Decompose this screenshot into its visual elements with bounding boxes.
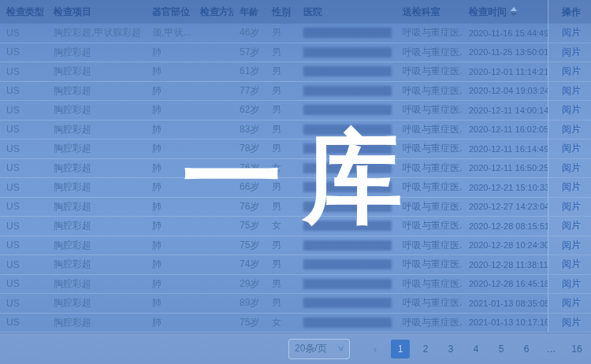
header-row: 检查类型检查项目器官部位检查方法年龄性别医院送检科室检查时间操作 [0,0,591,24]
dept-cell: 呼吸与重症医... [396,314,463,332]
pagination-ellipsis: … [542,340,561,358]
page-button-5[interactable]: 5 [492,340,511,358]
column-header-age: 年龄 [233,0,266,24]
column-label: 器官部位 [152,6,190,19]
method-cell [194,294,233,313]
view-film-link[interactable]: 阅片 [562,239,581,252]
time-cell: 2020-12-27 14:23:04 [463,198,548,217]
prev-page-button[interactable]: ‹ [366,340,385,358]
view-film-link[interactable]: 阅片 [562,219,581,232]
method-cell [194,101,233,120]
view-film-link[interactable]: 阅片 [562,296,581,310]
time-cell: 2020-12-21 15:10:33 [463,178,548,197]
type-cell: US [0,24,47,43]
organ-cell: 肺 [146,275,194,294]
method-cell [194,24,233,43]
hospital-redaction-bar [303,279,392,289]
hospital-cell [297,294,396,313]
action-cell: 阅片 [548,294,591,313]
table-row: US胸腔彩超肺61岁男呼吸与重症医...2020-12-01 11:14:21阅… [0,62,591,82]
view-film-link[interactable]: 阅片 [562,65,581,78]
time-cell: 2020-12-11 16:02:05 [463,121,548,139]
view-film-link[interactable]: 阅片 [562,26,581,39]
view-film-link[interactable]: 阅片 [562,316,581,329]
view-film-link[interactable]: 阅片 [562,180,581,194]
column-header-time[interactable]: 检查时间 [463,0,548,24]
view-film-link[interactable]: 阅片 [562,84,581,98]
age-cell: 75岁 [233,314,266,332]
hospital-redaction-bar [303,47,392,58]
age-cell: 46岁 [233,24,266,43]
sort-caret-icon[interactable] [511,7,517,17]
dept-cell: 呼吸与重症医... [396,101,463,120]
column-label: 检查项目 [54,6,91,19]
type-cell: US [0,294,47,313]
hospital-cell [297,275,396,294]
type-cell: US [0,159,47,178]
column-header-dept: 送检科室 [396,0,463,24]
time-cell: 2020-12-28 08:15:51 [463,217,548,236]
page-button-2[interactable]: 2 [416,340,435,358]
time-cell: 2021-01-13 08:35:05 [463,294,548,313]
view-film-link[interactable]: 阅片 [562,103,581,117]
view-film-link[interactable]: 阅片 [562,277,581,291]
age-cell: 89岁 [233,294,266,313]
view-film-link[interactable]: 阅片 [562,142,581,155]
item-cell: 胸腔彩超 [47,82,146,101]
gender-cell: 男 [266,82,297,101]
column-label: 医院 [303,6,322,19]
hospital-redaction-bar [303,298,392,308]
pagination-bar: 20条/页 ˅ ‹ 123456…16 [0,332,591,364]
page-button-1[interactable]: 1 [391,340,410,358]
page-size-label: 20条/页 [295,342,327,355]
page-button-6[interactable]: 6 [517,340,536,358]
table-row: US胸腔彩超肺62岁男呼吸与重症医...2020-12-11 14:00:14阅… [0,101,591,121]
time-cell: 2020-12-28 11:38:11 [463,255,548,274]
dept-cell: 呼吸与重症医... [396,275,463,294]
item-cell: 胸腔彩超 [47,43,146,62]
page-button-4[interactable]: 4 [466,340,485,358]
time-cell: 2020-11-16 15:44:49 [463,24,548,43]
age-cell: 74岁 [233,255,266,274]
item-cell: 胸腔彩超 [47,236,146,255]
page-button-3[interactable]: 3 [441,340,460,358]
gender-cell: 男 [266,101,297,120]
view-film-link[interactable]: 阅片 [562,46,581,59]
view-film-link[interactable]: 阅片 [562,162,581,175]
table-row: US胸腔彩超肺75岁男呼吸与重症医...2020-12-28 10:24:30阅… [0,236,591,256]
view-film-link[interactable]: 阅片 [562,258,581,271]
dept-cell: 呼吸与重症医... [396,62,463,81]
sort-asc-icon[interactable] [511,7,517,11]
view-film-link[interactable]: 阅片 [562,200,581,214]
action-cell: 阅片 [548,275,591,294]
age-cell: 57岁 [233,43,266,62]
gender-cell: 男 [266,255,297,274]
method-cell [194,82,233,101]
table-row: US胸腔彩超肺74岁男呼吸与重症医...2020-12-28 11:38:11阅… [0,255,591,275]
hospital-cell [297,43,396,62]
page-size-select[interactable]: 20条/页 ˅ [288,339,350,359]
sort-desc-icon[interactable] [511,13,517,17]
column-label: 送检科室 [403,6,440,19]
hospital-cell [297,82,396,101]
table-row: US胸腔彩超肺29岁男呼吸与重症医...2020-12-28 16:45:18阅… [0,275,591,295]
age-cell: 62岁 [233,101,266,120]
hospital-redaction-bar [303,86,392,96]
view-film-link[interactable]: 阅片 [562,123,581,136]
item-cell: 胸腔彩超 [47,101,146,120]
type-cell: US [0,121,47,139]
organ-cell: 颈,甲状... [146,24,194,43]
table-row: US胸腔彩超肺77岁男呼吸与重症医...2020-12-04 19:03:24阅… [0,82,591,102]
type-cell: US [0,43,47,62]
column-label: 操作 [562,6,581,19]
hospital-redaction-bar [303,318,392,328]
page-button-16[interactable]: 16 [567,340,586,358]
organ-cell: 肺 [146,62,194,81]
age-cell: 77岁 [233,82,266,101]
item-cell: 胸腔彩超 [47,198,146,217]
item-cell: 胸腔彩超 [47,121,146,139]
type-cell: US [0,275,47,294]
time-cell: 2020-12-11 16:50:25 [463,159,548,178]
item-cell: 胸腔彩超 [47,159,146,178]
column-header-gender: 性别 [266,0,297,24]
